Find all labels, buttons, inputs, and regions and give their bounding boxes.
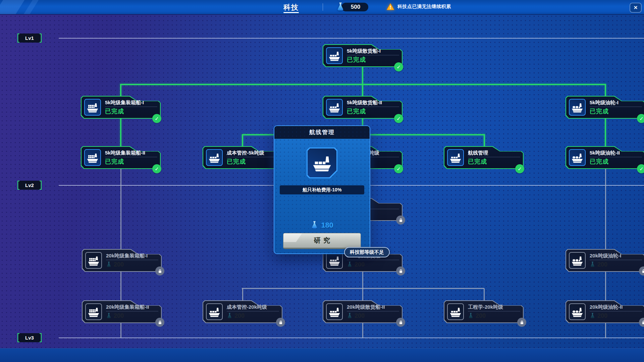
node-divider <box>227 311 279 311</box>
bulk-ship-icon <box>326 303 343 320</box>
bulk-ship-icon <box>447 303 464 320</box>
tech-points-value: 500 <box>341 3 368 11</box>
flask-icon <box>347 261 353 268</box>
node-status-completed: 已完成 <box>227 158 279 166</box>
check-icon: ✓ <box>518 166 522 172</box>
node-title: 20k吨级油轮-I <box>590 252 642 259</box>
node-divider <box>105 157 157 157</box>
tanker-ship-icon <box>569 149 586 166</box>
tech-node[interactable]: 工程学-20k吨级 200 ✓ <box>444 300 524 323</box>
node-cost-value: 200 <box>234 312 245 319</box>
page-title: 科技 <box>280 3 302 12</box>
node-title: 成本管控-5k吨级 <box>227 149 279 156</box>
node-title: 5k吨级散货船-I <box>347 48 399 54</box>
node-state-badge: ✓ <box>276 318 285 327</box>
node-title: 5k吨级油轮-II <box>590 149 642 156</box>
node-cost-value: 200 <box>597 312 607 319</box>
check-icon: ✓ <box>155 116 159 122</box>
connector-line <box>120 169 121 250</box>
tab-active-indicator <box>283 12 299 13</box>
node-cost-value: 200 <box>597 261 607 268</box>
tech-node[interactable]: 20k吨级散货船-II 200 ✓ <box>323 300 402 323</box>
topbar-divider <box>323 3 323 11</box>
node-divider <box>347 55 399 55</box>
node-divider <box>468 311 520 311</box>
node-title: 20k吨级油轮-II <box>590 304 642 310</box>
lock-icon <box>520 320 524 325</box>
modal-title: 航线管理 <box>274 126 370 139</box>
flask-icon <box>336 2 345 12</box>
tech-node[interactable]: 20k吨级集装箱船-I 200 ✓ <box>82 249 162 272</box>
research-button[interactable]: 研究 <box>283 233 361 249</box>
tech-node[interactable]: 成本管控-20k吨级 200 ✓ <box>203 300 282 323</box>
connector-line <box>242 289 243 301</box>
tech-node[interactable]: 5k吨级散货船-II 已完成 ✓ <box>323 96 402 119</box>
check-icon: ✓ <box>396 64 401 70</box>
container-ship-icon <box>84 99 101 116</box>
tech-node[interactable]: 5k吨级集装箱船-I 已完成 ✓ <box>81 96 161 119</box>
node-divider <box>106 260 158 260</box>
tech-node[interactable]: 成本管控-5k吨级 已完成 ✓ <box>203 146 282 169</box>
check-icon: ✓ <box>639 116 644 122</box>
node-state-badge: ✓ <box>394 114 403 123</box>
tech-node[interactable]: 20k吨级集装箱船-II 200 ✓ <box>82 300 162 323</box>
flask-icon <box>106 261 112 268</box>
tech-node[interactable]: 5k吨级油轮-I 已完成 ✓ <box>566 96 644 119</box>
connector-line <box>605 84 606 97</box>
node-status-completed: 已完成 <box>590 158 642 166</box>
node-title: 5k吨级散货船-II <box>347 99 399 106</box>
lock-icon <box>641 269 644 274</box>
tanker-ship-icon <box>569 303 586 320</box>
level-badge: Lv1 <box>18 34 41 43</box>
flask-icon <box>227 312 232 319</box>
tech-node[interactable]: 5k吨级集装箱船-II 已完成 ✓ <box>81 146 161 169</box>
container-ship-icon <box>84 149 101 166</box>
node-cost: 200 <box>106 312 158 320</box>
node-divider <box>106 311 158 311</box>
lock-icon <box>158 320 162 325</box>
research-cost-value: 180 <box>321 221 333 230</box>
insufficient-level-tooltip: 科技部等级不足 <box>344 247 390 257</box>
tech-node[interactable]: 航线管理 已完成 ✓ <box>444 146 524 169</box>
tab-technology[interactable]: 科技 <box>280 0 302 14</box>
node-status-completed: 已完成 <box>347 56 399 64</box>
node-state-badge: ✓ <box>515 164 524 173</box>
node-title: 5k吨级集装箱船-I <box>105 99 157 106</box>
lock-icon <box>158 269 162 274</box>
level-badge: Lv2 <box>18 181 41 190</box>
node-state-badge: ✓ <box>517 318 526 327</box>
bulk-ship-icon <box>206 149 223 166</box>
node-cost-value: 200 <box>476 312 486 319</box>
node-title: 20k吨级散货船-II <box>347 304 399 310</box>
connector-line <box>362 84 363 97</box>
background-bottom-strip <box>0 348 644 362</box>
node-cost: 200 <box>106 260 158 268</box>
tanker-ship-icon <box>569 99 586 116</box>
bulk-ship-icon <box>312 153 332 173</box>
node-cost: 200 <box>590 260 642 268</box>
connector-line <box>120 84 121 97</box>
node-divider <box>590 107 642 107</box>
node-state-badge: ✓ <box>639 266 644 276</box>
tech-node[interactable]: 5k吨级油轮-II 已完成 ✓ <box>566 146 644 169</box>
connector-line <box>120 322 121 338</box>
node-state-badge: ✓ <box>637 114 644 123</box>
tech-node[interactable]: 5k吨级散货船-I 已完成 ✓ <box>323 44 402 67</box>
tech-node[interactable]: 20k吨级油轮-I 200 ✓ <box>566 249 644 272</box>
connector-line <box>362 66 363 84</box>
connector-line <box>605 169 606 250</box>
node-state-badge: ✓ <box>152 164 161 173</box>
lock-icon <box>278 320 283 325</box>
warning-icon <box>386 3 394 11</box>
tech-tree-screen: 科技 500 科技点已满无法继续积累 ✕ Lv1 Lv2 <box>0 0 644 362</box>
container-ship-icon <box>85 252 102 269</box>
node-cost-value: 200 <box>114 261 124 268</box>
node-status-completed: 已完成 <box>468 158 520 166</box>
node-divider <box>347 311 399 311</box>
node-state-badge: ✓ <box>152 114 161 123</box>
tech-node[interactable]: 20k吨级油轮-II 200 ✓ <box>566 300 644 323</box>
level-divider-line <box>59 38 644 39</box>
node-divider <box>347 107 399 107</box>
node-cost: 200 <box>227 312 279 320</box>
close-button[interactable]: ✕ <box>630 3 642 13</box>
